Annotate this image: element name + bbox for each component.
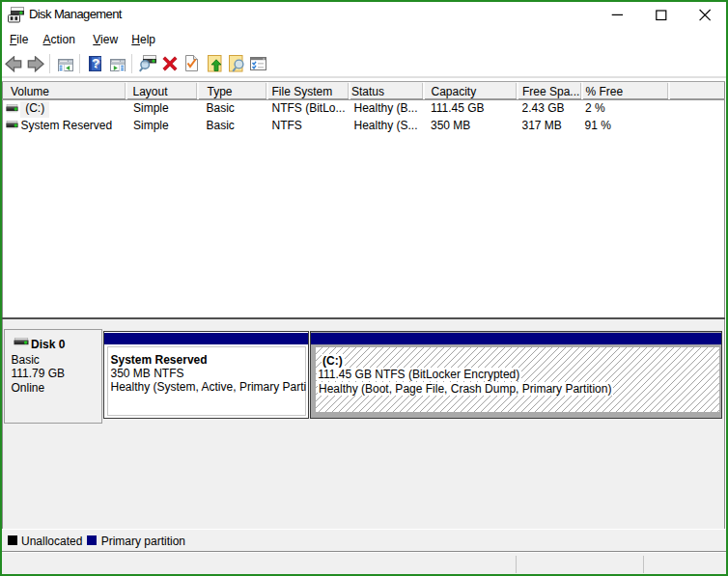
svg-text:?: ? — [92, 56, 99, 70]
